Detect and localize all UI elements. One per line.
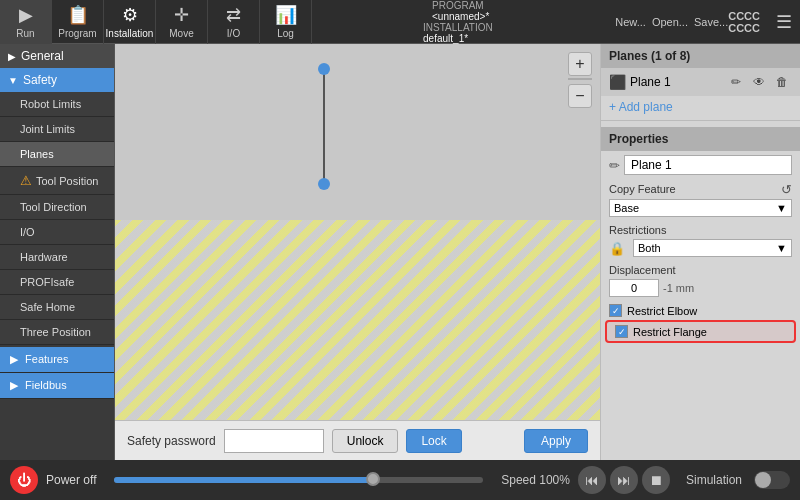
power-label: Power off xyxy=(46,473,96,487)
sidebar-general[interactable]: ▶ General xyxy=(0,44,114,68)
restrict-flange-row: Restrict Flange xyxy=(605,320,796,343)
plane-name-input[interactable] xyxy=(624,155,792,175)
run-icon: ▶ xyxy=(19,4,33,26)
content-area: Robot + − Safety password Unlock xyxy=(115,44,600,460)
new-button[interactable]: New... xyxy=(615,16,646,28)
save-button[interactable]: Save... xyxy=(694,16,728,28)
unlock-button[interactable]: Unlock xyxy=(332,429,399,453)
copy-feature-row: Copy Feature ↺ xyxy=(601,179,800,199)
sidebar-item-tool-direction[interactable]: Tool Direction xyxy=(0,195,114,220)
sidebar-item-safe-home[interactable]: Safe Home xyxy=(0,295,114,320)
toolbar-file-info: PROGRAM <unnamed>* INSTALLATION default_… xyxy=(312,0,609,44)
simulation-label: Simulation xyxy=(686,473,742,487)
main-layout: ▶ General ▼ Safety Robot Limits Joint Li… xyxy=(0,44,800,460)
toolbar-move[interactable]: ✛ Move xyxy=(156,0,208,44)
general-arrow-icon: ▶ xyxy=(8,51,16,62)
sidebar-item-tool-position[interactable]: ⚠ Tool Position xyxy=(0,167,114,195)
sidebar-features[interactable]: ▶ Features xyxy=(0,347,114,373)
sidebar-fieldbus[interactable]: ▶ Fieldbus xyxy=(0,373,114,399)
plane-delete-icon[interactable]: 🗑 xyxy=(772,72,792,92)
open-button[interactable]: Open... xyxy=(652,16,688,28)
toolbar-program[interactable]: 📋 Program xyxy=(52,0,104,44)
speed-handle[interactable] xyxy=(366,472,380,486)
toolbar-log[interactable]: 📊 Log xyxy=(260,0,312,44)
installation-icon: ⚙ xyxy=(122,4,138,26)
restrict-elbow-row: Restrict Elbow xyxy=(601,301,800,320)
program-icon: 📋 xyxy=(67,4,89,26)
restrictions-row: 🔒 Both ▼ xyxy=(601,239,800,261)
stop-button[interactable]: ⏹ xyxy=(642,466,670,494)
plane-row: ⬛ Plane 1 ✏ 👁 🗑 xyxy=(601,68,800,96)
plane-name-row: ✏ xyxy=(601,151,800,179)
restrict-flange-checkbox[interactable] xyxy=(615,325,628,338)
displacement-label: Displacement xyxy=(601,261,800,279)
features-arrow-icon: ▶ xyxy=(10,353,18,365)
sidebar-item-profisafe[interactable]: PROFIsafe xyxy=(0,270,114,295)
toolbar-installation[interactable]: ⚙ Installation xyxy=(104,0,156,44)
copy-feature-value-row: Base ▼ xyxy=(601,199,800,221)
restrict-flange-label: Restrict Flange xyxy=(633,326,707,338)
displacement-row: -1 mm xyxy=(601,279,800,301)
viewport: + − xyxy=(115,44,600,420)
copy-feature-refresh-icon[interactable]: ↺ xyxy=(781,182,792,197)
plane-icon: ⬛ xyxy=(609,74,626,90)
safety-password-label: Safety password xyxy=(127,434,216,448)
restrictions-icon: 🔒 xyxy=(609,241,625,256)
toolbar-right: CCCC CCCC xyxy=(728,10,768,34)
step-forward-button[interactable]: ⏭ xyxy=(610,466,638,494)
status-bar: ⏻ Power off Speed 100% ⏮ ⏭ ⏹ Simulation xyxy=(0,460,800,500)
right-panel: Planes (1 of 8) ⬛ Plane 1 ✏ 👁 🗑 + Add pl… xyxy=(600,44,800,460)
restrictions-select[interactable]: Both ▼ xyxy=(633,239,792,257)
play-button[interactable]: ⏮ xyxy=(578,466,606,494)
zoom-out-button[interactable]: − xyxy=(568,84,592,108)
safety-arrow-icon: ▼ xyxy=(8,75,18,86)
toolbar-file-menu: New... Open... Save... xyxy=(615,16,728,28)
lock-button[interactable]: Lock xyxy=(406,429,461,453)
plane-actions: ✏ 👁 🗑 xyxy=(726,72,792,92)
copy-feature-select[interactable]: Base ▼ xyxy=(609,199,792,217)
speed-label: Speed 100% xyxy=(501,473,570,487)
restrict-elbow-checkbox[interactable] xyxy=(609,304,622,317)
log-icon: 📊 xyxy=(275,4,297,26)
plane-name: Plane 1 xyxy=(630,75,722,89)
power-icon: ⏻ xyxy=(17,472,31,488)
apply-button[interactable]: Apply xyxy=(524,429,588,453)
plane-edit-icon[interactable]: ✏ xyxy=(726,72,746,92)
safety-password-input[interactable] xyxy=(224,429,324,453)
move-icon: ✛ xyxy=(174,4,189,26)
chevron-down-icon: ▼ xyxy=(776,202,787,214)
bottom-bar: Safety password Unlock Lock Apply xyxy=(115,420,600,460)
viewport-controls: + − xyxy=(568,52,592,108)
toolbar-io[interactable]: ⇄ I/O xyxy=(208,0,260,44)
displacement-input[interactable] xyxy=(609,279,659,297)
warn-icon: ⚠ xyxy=(20,173,32,188)
toolbar: ▶ Run 📋 Program ⚙ Installation ✛ Move ⇄ … xyxy=(0,0,800,44)
sidebar: ▶ General ▼ Safety Robot Limits Joint Li… xyxy=(0,44,115,460)
speed-bar[interactable] xyxy=(114,477,483,483)
power-button[interactable]: ⏻ xyxy=(10,466,38,494)
properties-header: Properties xyxy=(601,127,800,151)
sidebar-item-robot-limits[interactable]: Robot Limits xyxy=(0,92,114,117)
restrict-elbow-label: Restrict Elbow xyxy=(627,305,697,317)
hamburger-menu[interactable]: ☰ xyxy=(768,11,800,33)
simulation-toggle[interactable] xyxy=(754,471,790,489)
sidebar-item-three-position[interactable]: Three Position xyxy=(0,320,114,345)
restrictions-label: Restrictions xyxy=(601,221,800,239)
zoom-in-button[interactable]: + xyxy=(568,52,592,76)
sim-toggle-dot xyxy=(755,472,771,488)
fieldbus-arrow-icon: ▶ xyxy=(10,379,18,391)
io-icon: ⇄ xyxy=(226,4,241,26)
displacement-unit: -1 mm xyxy=(663,282,694,294)
viewport-grid xyxy=(115,220,600,420)
add-plane-button[interactable]: + Add plane xyxy=(601,96,800,118)
sidebar-safety[interactable]: ▼ Safety xyxy=(0,68,114,92)
toolbar-run[interactable]: ▶ Run xyxy=(0,0,52,44)
edit-icon: ✏ xyxy=(609,158,620,173)
copy-feature-label: Copy Feature xyxy=(609,183,792,195)
plane-eye-icon[interactable]: 👁 xyxy=(749,72,769,92)
sidebar-item-hardware[interactable]: Hardware xyxy=(0,245,114,270)
sidebar-item-joint-limits[interactable]: Joint Limits xyxy=(0,117,114,142)
sidebar-item-io[interactable]: I/O xyxy=(0,220,114,245)
sidebar-item-planes[interactable]: Planes xyxy=(0,142,114,167)
speed-fill xyxy=(114,477,372,483)
